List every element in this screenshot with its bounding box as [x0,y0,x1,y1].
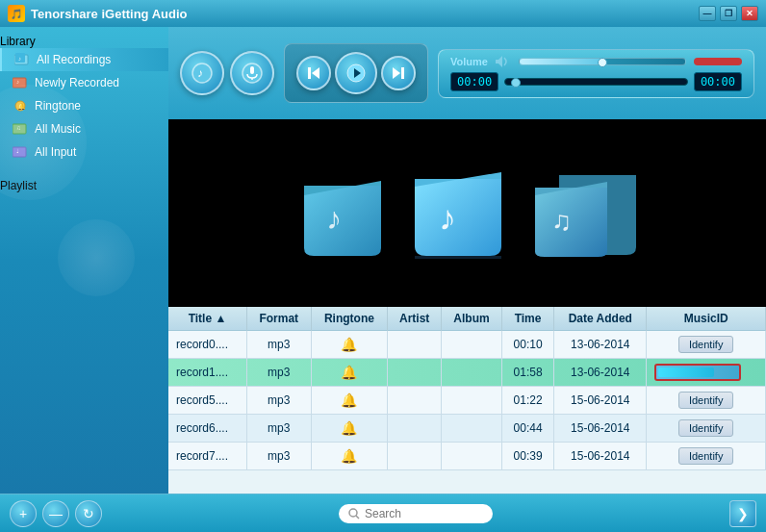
add-button[interactable]: + [10,500,37,527]
svg-text:♫: ♫ [16,125,21,131]
prev-button[interactable] [296,56,331,90]
col-album: Album [442,307,502,331]
cell-musicid[interactable]: Identify [647,387,766,415]
cell-ringtone: 🔔 [311,331,388,359]
col-date: Date Added [554,307,647,331]
cell-format: mp3 [246,387,311,415]
cell-date: 13-06-2014 [554,359,647,387]
cell-time: 00:39 [501,443,553,470]
ringtone-icon: 🔔 [12,98,29,114]
cell-format: mp3 [246,359,311,387]
sidebar-label-ringtone: Ringtone [35,99,81,113]
sidebar-item-ringtone[interactable]: 🔔 Ringtone [0,94,168,117]
svg-marker-22 [496,56,502,67]
cell-time: 01:22 [501,387,553,415]
sidebar-item-newly-recorded[interactable]: ♪ Newly Recorded [0,71,168,94]
title-bar: 🎵 Tenorshare iGetting Audio — ❐ ✕ [0,0,766,27]
bell-icon: 🔔 [341,393,357,408]
cell-artist [388,387,442,415]
identify-button[interactable]: Identify [678,447,733,465]
sidebar-item-all-music[interactable]: ♫ All Music [0,117,168,140]
svg-text:♪: ♪ [197,66,203,80]
identify-button[interactable]: Identify [678,419,733,437]
microphone-button[interactable] [230,51,274,95]
svg-marker-20 [393,67,400,79]
close-button[interactable]: ✕ [741,6,758,21]
table-row[interactable]: record1....mp3🔔01:5813-06-2014 [168,359,766,387]
cell-date: 15-06-2014 [554,387,647,415]
next-button[interactable] [381,56,416,90]
bell-icon: 🔔 [341,448,357,464]
album-art-right: ♫ [530,170,636,257]
cell-album [442,387,502,415]
cell-artist [388,331,442,359]
cell-date: 13-06-2014 [554,331,647,359]
col-title: Title ▲ [168,307,246,331]
cell-format: mp3 [246,443,311,470]
table-row[interactable]: record6....mp3🔔00:4415-06-2014Identify [168,415,766,443]
remove-button[interactable]: — [42,500,69,527]
search-input[interactable] [365,507,480,520]
settings-button[interactable]: ↻ [75,500,102,527]
volume-slider[interactable] [519,58,686,65]
svg-marker-16 [312,67,319,79]
sidebar-item-all-input[interactable]: ♩ All Input [0,140,168,164]
cell-time: 00:44 [501,415,553,443]
playlist-label: Playlist [0,179,168,192]
bell-icon: 🔔 [341,420,357,436]
cell-musicid[interactable]: Identify [647,443,766,470]
cell-artist [388,359,442,387]
sidebar-label-all-input: All Input [35,145,76,159]
cell-musicid[interactable] [647,359,766,387]
play-button[interactable] [335,52,377,94]
cell-format: mp3 [246,415,311,443]
volume-icon [496,56,511,67]
time-start: 00:00 [450,72,498,91]
app-title: Tenorshare iGetting Audio [31,7,188,21]
album-display: ♪ ♪ [168,119,766,307]
svg-text:♩: ♩ [16,148,19,154]
album-art-left: ♪ [299,171,386,256]
svg-rect-17 [308,67,311,79]
table-row[interactable]: record5....mp3🔔01:2215-06-2014Identify [168,387,766,415]
table-row[interactable]: record0....mp3🔔00:1013-06-2014Identify [168,331,766,359]
cell-musicid[interactable]: Identify [647,415,766,443]
minimize-button[interactable]: — [699,6,716,21]
svg-text:🔔: 🔔 [17,102,26,111]
col-artist: Artist [388,307,442,331]
cell-title: record0.... [168,331,246,359]
track-list: record0....mp3🔔00:1013-06-2014Identifyre… [168,331,766,470]
svg-text:♪: ♪ [326,201,342,236]
newly-recorded-icon: ♪ [12,75,29,90]
cell-album [442,359,502,387]
library-button[interactable]: ♪ [180,51,224,95]
cell-date: 15-06-2014 [554,443,647,470]
cell-ringtone: 🔔 [311,443,388,470]
search-icon [348,508,360,519]
search-box[interactable] [339,504,493,523]
table-row[interactable]: record7....mp3🔔00:3915-06-2014Identify [168,443,766,470]
cell-format: mp3 [246,331,311,359]
cell-date: 15-06-2014 [554,415,647,443]
svg-rect-21 [401,67,404,79]
cell-artist [388,443,442,470]
identify-button[interactable]: Identify [678,392,733,409]
all-input-icon: ♩ [12,144,29,160]
cell-album [442,415,502,443]
cell-musicid[interactable]: Identify [647,331,766,359]
sidebar-label-all-recordings: All Recordings [37,53,111,66]
sidebar-label-newly-recorded: Newly Recorded [35,76,119,89]
progress-bar[interactable] [504,78,688,86]
col-time: Time [501,307,553,331]
identify-button[interactable]: Identify [678,336,733,353]
restore-button[interactable]: ❐ [720,6,737,21]
nav-arrow-button[interactable]: ❯ [729,500,756,527]
svg-point-26 [349,509,357,517]
col-ringtone: Ringtone [311,307,388,331]
svg-rect-9 [13,147,26,157]
svg-text:♫: ♫ [551,206,572,236]
track-table: Title ▲ Format Ringtone Artist Album Tim… [168,307,766,494]
cell-ringtone: 🔔 [311,359,388,387]
sidebar-item-all-recordings[interactable]: ♪ All Recordings [0,48,168,71]
sidebar-label-all-music: All Music [35,122,81,136]
